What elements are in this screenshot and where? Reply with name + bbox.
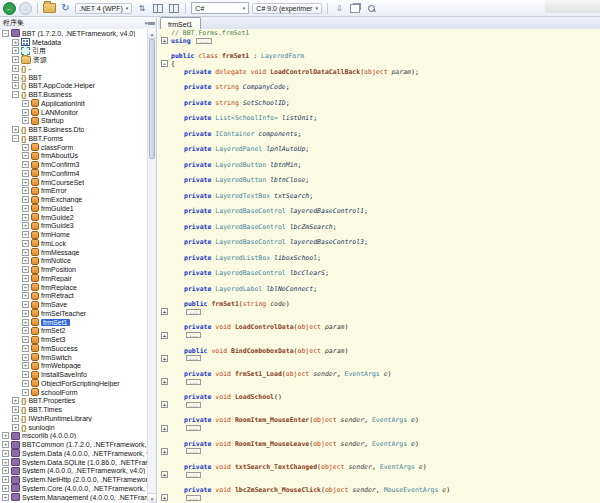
expander-icon[interactable]: + [22, 354, 29, 361]
tree-item-frmSet1[interactable]: +frmSet1 [0, 318, 156, 327]
tree-item-BBT.Business.Dto[interactable]: +{}BBT.Business.Dto [0, 125, 156, 134]
expander-icon[interactable]: + [22, 161, 29, 168]
fold-marker-icon[interactable]: + [158, 494, 171, 501]
tree-item-IWshRuntimeLibrary[interactable]: +{}IWshRuntimeLibrary [0, 414, 156, 423]
tree-item-ObjectForScriptingHelper[interactable]: +ObjectForScriptingHelper [0, 379, 156, 388]
collapsed-region-box[interactable]: ... [186, 448, 201, 454]
expander-icon[interactable]: + [12, 415, 19, 422]
tree-item-frmMessage[interactable]: +frmMessage [0, 248, 156, 257]
language-version-dropdown[interactable]: C# 9.0 (experimer ▾ [252, 3, 322, 14]
collapse-nodes-button[interactable] [151, 2, 164, 15]
fold-marker-icon[interactable]: + [158, 332, 171, 339]
tree-item-BBT.Business[interactable]: −{}BBT.Business [0, 90, 156, 99]
tree-item-sunlogin[interactable]: +{}sunlogin [0, 423, 156, 432]
tree-item-frmLock[interactable]: +frmLock [0, 239, 156, 248]
fold-box-icon[interactable]: + [161, 308, 168, 315]
fold-marker-icon[interactable]: − [158, 60, 171, 67]
tree-item-System.Data.SQLite-1.0.86.0-.NETFramework-v4.0-[interactable]: +System.Data.SQLite (1.0.86.0, .NETFrame… [0, 458, 156, 467]
expander-icon[interactable]: + [12, 406, 19, 413]
collapsed-region-box[interactable]: ... [186, 309, 201, 315]
tree-item-frmPosition[interactable]: +frmPosition [0, 265, 156, 274]
expander-icon[interactable]: + [22, 187, 29, 194]
expander-icon[interactable]: + [22, 327, 29, 334]
code-lines[interactable]: // BBT.Forms.frmSet1+using ...public cla… [158, 29, 600, 503]
tree-item-mscorlib-4.0.0.0-[interactable]: +mscorlib (4.0.0.0) [0, 432, 156, 441]
tree-item--[interactable]: +引用 [0, 47, 156, 56]
expander-icon[interactable]: + [22, 292, 29, 299]
tree-item-frmRetract[interactable]: +frmRetract [0, 292, 156, 301]
expander-icon[interactable]: + [12, 397, 19, 404]
expander-icon[interactable]: + [2, 450, 9, 457]
fold-box-icon[interactable]: + [161, 37, 168, 44]
tree-item-frmGuide3[interactable]: +frmGuide3 [0, 222, 156, 231]
tree-item-InstallSaveInfo[interactable]: +InstallSaveInfo [0, 370, 156, 379]
tree-item-frmConfirm3[interactable]: +frmConfirm3 [0, 160, 156, 169]
expander-icon[interactable]: + [2, 494, 9, 501]
expander-icon[interactable]: − [12, 135, 19, 142]
expander-icon[interactable]: − [2, 30, 9, 37]
tree-item-frmSwitch[interactable]: +frmSwitch [0, 353, 156, 362]
expander-icon[interactable]: + [22, 345, 29, 352]
tree-item-frmNotice[interactable]: +frmNotice [0, 257, 156, 266]
expander-icon[interactable]: + [22, 319, 29, 326]
fold-box-icon[interactable]: + [161, 425, 168, 432]
forward-button[interactable]: → [19, 2, 32, 15]
tree-item--[interactable]: +{}- [0, 64, 156, 73]
tree-item-System.Management-4.0.0.0-.NETFramework-v4.0-[interactable]: +System.Management (4.0.0.0, .NETFramewo… [0, 493, 156, 502]
expander-icon[interactable]: − [12, 91, 19, 98]
pin-icon[interactable] [148, 22, 155, 25]
collapsed-region-box[interactable]: ... [186, 495, 201, 501]
tree-item-System-4.0.0.0-.NETFramework-v4.0-[interactable]: +System (4.0.0.0, .NETFramework, v4.0) [0, 467, 156, 476]
tree-item-frmCourseSet[interactable]: +frmCourseSet [0, 178, 156, 187]
language-dropdown[interactable]: C# ▾ [191, 2, 249, 14]
fold-box-icon[interactable]: + [161, 494, 168, 501]
expander-icon[interactable]: + [12, 74, 19, 81]
fold-marker-icon[interactable]: + [158, 378, 171, 385]
fold-box-icon[interactable]: + [161, 332, 168, 339]
tree-item-frmGuide1[interactable]: +frmGuide1 [0, 204, 156, 213]
fold-box-icon[interactable]: + [161, 401, 168, 408]
expander-icon[interactable]: + [12, 65, 19, 72]
tree-item-BBTCommon-1.7.2.0-.NETFramework-v4.0-[interactable]: +BBTCommon (1.7.2.0, .NETFramework, v4.0… [0, 440, 156, 449]
tree-item-LANMonitor[interactable]: +LANMonitor [0, 108, 156, 117]
collapsed-region-box[interactable]: ... [186, 402, 201, 408]
expander-icon[interactable]: + [22, 266, 29, 273]
tree-item-frmSet2[interactable]: +frmSet2 [0, 327, 156, 336]
fold-box-icon[interactable]: + [161, 471, 168, 478]
expander-icon[interactable]: + [22, 196, 29, 203]
fold-box-icon[interactable]: + [161, 448, 168, 455]
sort-by-button[interactable]: ⇩ [333, 2, 346, 15]
fold-marker-icon[interactable]: + [158, 448, 171, 455]
tree-item--[interactable]: +资源 [0, 55, 156, 64]
back-button[interactable]: ← [3, 2, 16, 15]
expander-icon[interactable]: + [22, 170, 29, 177]
collapsed-region-box[interactable]: ... [186, 332, 201, 338]
expander-icon[interactable]: + [22, 231, 29, 238]
scroll-up-icon[interactable]: ▴ [148, 29, 156, 39]
scroll-down-icon[interactable]: ▾ [148, 493, 156, 503]
tree-item-frmHome[interactable]: +frmHome [0, 230, 156, 239]
tree-item-BBT[interactable]: +{}BBT [0, 73, 156, 82]
tree-item-BBT.AppCode.Helper[interactable]: +{}BBT.AppCode.Helper [0, 82, 156, 91]
tree-item-frmSuccess[interactable]: +frmSuccess [0, 344, 156, 353]
expander-icon[interactable]: + [22, 389, 29, 396]
fold-box-icon[interactable]: + [161, 378, 168, 385]
expander-icon[interactable]: + [22, 179, 29, 186]
expander-icon[interactable]: + [12, 56, 19, 63]
expander-icon[interactable]: + [2, 485, 9, 492]
open-assembly-button[interactable] [43, 2, 56, 15]
reload-button[interactable]: ↻ [59, 2, 72, 15]
tree-item-frmWebpage[interactable]: +frmWebpage [0, 362, 156, 371]
expander-icon[interactable]: + [22, 336, 29, 343]
fold-marker-icon[interactable]: + [158, 308, 171, 315]
tree-item-schoolForm[interactable]: +schoolForm [0, 388, 156, 397]
expander-icon[interactable]: + [2, 459, 9, 466]
fold-marker-icon[interactable]: + [158, 355, 171, 362]
tree-item-BBT-1.7.2.0-.NETFramework-v4.0-[interactable]: −BBT (1.7.2.0, .NETFramework, v4.0) [0, 29, 156, 38]
tree-item-frmReplace[interactable]: +frmReplace [0, 283, 156, 292]
tree-item-frmSave[interactable]: +frmSave [0, 300, 156, 309]
tree-item-System.Core-4.0.0.0-.NETFramework-v4.0-[interactable]: +System.Core (4.0.0.0, .NETFramework, v4… [0, 484, 156, 493]
tree-item-Startup[interactable]: +Startup [0, 117, 156, 126]
search-button[interactable] [365, 2, 378, 15]
collapsed-region-box[interactable]: ... [186, 425, 201, 431]
